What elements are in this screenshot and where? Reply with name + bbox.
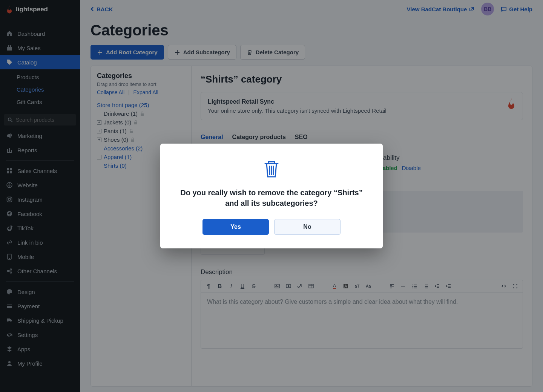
confirm-yes-button[interactable]: Yes <box>202 219 269 235</box>
modal-actions: Yes No <box>175 219 368 235</box>
confirm-no-button[interactable]: No <box>274 219 341 235</box>
modal-message: Do you really wish to remove the categor… <box>175 187 368 208</box>
confirm-delete-modal: Do you really wish to remove the categor… <box>160 144 383 248</box>
modal-overlay[interactable]: Do you really wish to remove the categor… <box>0 0 543 392</box>
trash-icon <box>262 159 281 178</box>
